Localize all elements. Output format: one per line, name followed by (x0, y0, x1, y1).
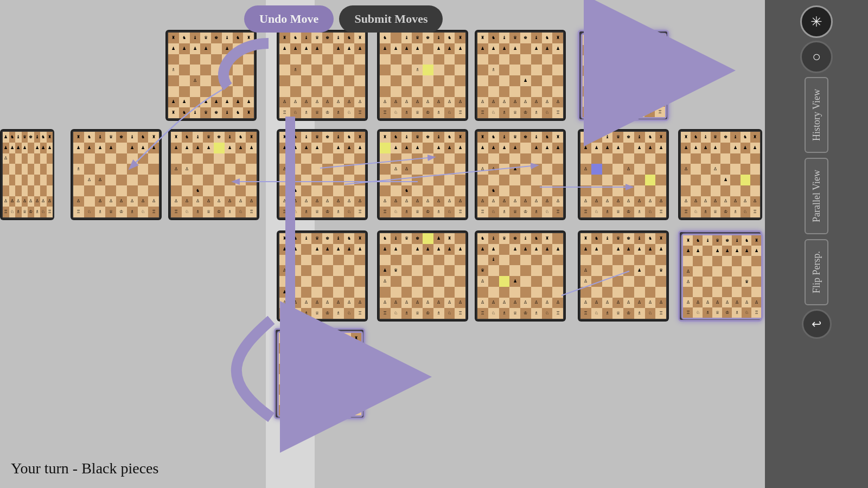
board-r2c0: ♟♞♝♛♚♝♞♜ ♟♟♟♟♟♟♟ ♙ ♙♙♙♙♙♙♙♙ ♖♘♗♕♔♗♘♖ (0, 129, 54, 220)
board-r1c3: ♞♝♛♚♝♞♜ ♟♟♟♟♟♟♟ ♗ ♙♙♙♙♙♙♙♙ ♖♘♗♕♔♗♘♖ (377, 30, 468, 121)
board-r2c7: ♜♞♝♛♚♝♞♜ ♟♟♟♟♟♟♟ ♙♙ ♟ ♙♙♙♙♙♙♙♙ ♖♘♗♕♔♗♘♖ (678, 129, 762, 220)
circle-icon: ○ (812, 49, 821, 65)
board-r2c2: ♜♞♝♛♚♝♞♜ ♟♟♟♟♟♟♟ ♙♙ ♞ ♙♙♙♙♙♙♙♙ ♖♘♗♕♔♗♘♖ (168, 129, 259, 220)
board-r3c4: ♞♝♛♚♝♞♜ ♟♟♟♟♟♟♟ ♝ ♛ ♙♟ ♙♙♙♙♙♙♙♙ ♖♘♗♕♔♗♘♖ (475, 230, 566, 322)
board-r2c4: ♜♞♝♛♚♝♞♜ ♟♟♟♟♟♟ ♙♙ ♞ ♙♙♙♙♙♙♙♙ ♖♘♗♕♔♗♘♖ (377, 129, 468, 220)
history-view-tab[interactable]: History View (805, 77, 828, 153)
circle-button[interactable]: ○ (800, 41, 833, 73)
board-r1c2: ♜♞♝♛♚♝♞♜ ♟♟♟♟♟♟♟ ♗ ♙♙♙♙♙♙♙♙ ♖♘♗♕♔♗♘♖ (277, 30, 368, 121)
board-r3c3: ♞♝♛♚♟♜ ♟♟♟♟♟♟♟ ♟♛ ♙ ♙♙♙♙♙♙♙♙ ♖♘♗♕♔♗♘♖ (377, 230, 468, 322)
board-r3c5: ♜♞♝♛♚♝♞♜ ♟♟♟♟♟♟♟ ♙♟♛ ♙ ♙♙♙♙♙♙♙♙ ♖♘♗♕♔♗♘♖ (578, 230, 669, 322)
flip-perspective-tab[interactable]: Flip Persp. (805, 239, 828, 305)
board-r2c3: ♜♞♝♛♚♝♞♜ ♟♟♟♟♟♟♟ ♙ ♞ ♙♙♙♙♙♙♙♙ ♖♘♗♕♔♗♘♖ (277, 129, 368, 220)
board-r1c5: ♜♞♝♛♚♝♞♜ ♟♟♟♟♟♟♟ ♙ ♙♟♙♙♙♙♙♙ ♖♘♗♕♔♗♘♖ (578, 30, 669, 121)
back-icon: ↩ (812, 317, 821, 331)
board-r4c2: ♜♞♝♛♚♝♞♜ ♟♟♟♟♟♟♟ ♙ ♛ ♙♙♙♙♙♙♙♙ ♖♘♗♕♔♗♘♖ (274, 328, 365, 419)
right-sidebar: ✳ ○ History View Parallel View Flip Pers… (765, 0, 868, 488)
board-r3c2: ♜♞♝♛♚♝♞♜ ♟♟♟♟♟♟♟ ♙ ♟ ♙♙♙♙♙♙♙♙ ♖♘♗♕♔♗♘♖ (277, 230, 368, 322)
back-button[interactable]: ↩ (802, 309, 832, 339)
board-r3c6: ♜♞♝♛♚♝♞♜ ♟♟♟♟♟♟♟ ♙ ♙♛ ♙♙♙♙♙♙♙♙ ♖♘♗♕♔♗♘♖ (678, 230, 762, 322)
undo-move-button[interactable]: Undo Move (244, 5, 334, 33)
parallel-view-tab[interactable]: Parallel View (805, 158, 828, 234)
submit-moves-button[interactable]: Submit Moves (339, 5, 443, 33)
board-r1c4: ♜♞♝♛♚♝♞♜ ♟♟♟♟♟♟♟ ♗ ♟ ♙♙♙♙♙♙♙♙ ♖♘♗♕♔♗♘♖ (475, 30, 566, 121)
board-r1c1: ♜♞♝♛♚♝♞♜ ♟♟♟♟♟♟♟ ♗ ♙ ♟♟♟♟♟♟♟ ♜♞♝♛♚♝♞♜ (165, 30, 257, 121)
status-text: Your turn - Black pieces (11, 460, 158, 477)
star-icon: ✳ (810, 14, 822, 30)
board-r2c6: ♜♞♝♛♚♝♞♜ ♟♟♟♟♟♟♟ ♙♙ ♙♙♙♙♙♙♙♙ ♖♘♗♕♔♗♘♖ (578, 129, 669, 220)
board-r2c1: ♜♞♝♛♚♝♞♜ ♟♟♟♟♟♟♟ ♗ ♙♙ ♙♙♙♙♙♙♙ ♖♘♗♕♔♗♘♖ (71, 129, 162, 220)
board-r2c5: ♜♞♝♛♚♝♞♜ ♟♟♟♟♟♟♟ ♙♙♟ ♞ ♙♙♙♙♙♙♙♙ ♖♘♗♕♔♗♘♖ (475, 129, 566, 220)
star-button[interactable]: ✳ (800, 5, 833, 38)
